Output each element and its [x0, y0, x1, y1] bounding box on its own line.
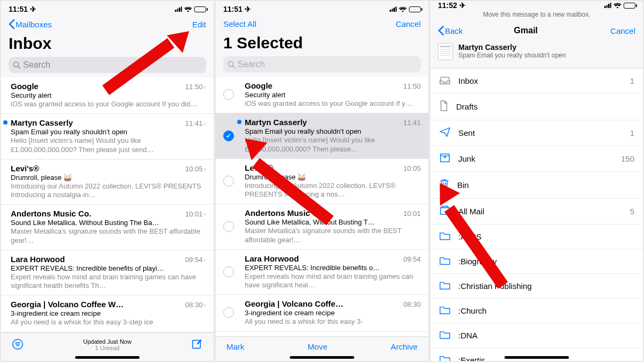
- subject: 3-ingredient ice cream recipe: [245, 309, 421, 317]
- wifi-icon: [184, 6, 192, 12]
- wifi-icon: [399, 6, 407, 12]
- folder-name: :Exertis: [458, 356, 485, 361]
- folder-row[interactable]: :Christian Publishing: [430, 274, 643, 299]
- message-row[interactable]: Google11:50Security alertiOS was granted…: [216, 77, 428, 113]
- folder-row[interactable]: :DNA: [430, 323, 643, 348]
- folder-name: Sent: [458, 128, 475, 137]
- folder-name: Junk: [458, 154, 475, 163]
- message-row[interactable]: Andertons Music Co.10:01Sound Like Metal…: [216, 204, 428, 250]
- folder-row[interactable]: :Exertis: [430, 348, 643, 361]
- folder-name: All Mail: [458, 207, 484, 216]
- sender: Levi's®: [245, 163, 273, 172]
- select-checkbox[interactable]: [221, 208, 236, 244]
- time: 09:54 ›: [185, 256, 206, 264]
- back-button[interactable]: Mailboxes: [9, 19, 52, 29]
- sender: Google: [11, 82, 39, 91]
- cancel-button[interactable]: Cancel: [396, 19, 421, 28]
- time: 11:50: [403, 82, 421, 90]
- search-input[interactable]: Search: [223, 56, 421, 73]
- message-row[interactable]: Levi's®10:05 ›Drumroll, please 🥁Introduc…: [1, 160, 214, 205]
- folder-row[interactable]: Junk150: [430, 146, 643, 172]
- folder-row[interactable]: :Church: [430, 299, 643, 323]
- message-row[interactable]: Martyn Casserly11:41 ›Spam Email you rea…: [1, 114, 214, 160]
- message-row[interactable]: Google11:50 ›Security alertiOS was grant…: [1, 77, 214, 114]
- filter-button[interactable]: [12, 338, 24, 351]
- message-thumbnail-icon: [438, 43, 453, 60]
- folder-row[interactable]: All Mail5: [430, 199, 643, 225]
- archive-button[interactable]: Archive: [391, 342, 418, 351]
- chevron-right-icon: ›: [204, 301, 206, 309]
- chevron-left-icon: [9, 19, 14, 29]
- subject: 3-ingredient ice cream recipe: [11, 309, 206, 317]
- folder-row[interactable]: Inbox1: [430, 69, 643, 93]
- compose-button[interactable]: [191, 338, 203, 351]
- select-checkbox[interactable]: [221, 299, 236, 326]
- status-time: 11:51: [9, 5, 28, 13]
- select-all-button[interactable]: Select All: [223, 19, 257, 28]
- subject: Sound Like Metallica, Without Busting Th…: [11, 219, 206, 227]
- wifi-icon: [613, 2, 621, 9]
- folder-list: Inbox1DraftsSent1Junk150BinAll Mail5:ALC…: [430, 68, 643, 361]
- time: 10:05 ›: [185, 165, 206, 173]
- time: 10:01 ›: [185, 210, 206, 218]
- folder-count: 1: [630, 128, 634, 137]
- sender: Martyn Casserly: [11, 118, 73, 127]
- preview: Hello [Insert victim's name] Would you l…: [245, 136, 421, 154]
- summary-sender: Martyn Casserly: [458, 43, 566, 52]
- folder-name: Inbox: [458, 76, 478, 85]
- message-row[interactable]: Georgia | Volcano Coffee W…08:30 ›3-ingr…: [1, 295, 214, 332]
- message-row[interactable]: Levi's®10:05Drumroll, please 🥁Introducin…: [216, 159, 428, 205]
- message-list: Google11:50 ›Security alertiOS was grant…: [1, 77, 214, 332]
- screen-selected: 11:51 ✈︎ Select All Cancel 1 Selected Se…: [216, 1, 428, 361]
- select-checkbox[interactable]: [221, 163, 236, 199]
- mark-button[interactable]: Mark: [226, 342, 244, 351]
- message-row[interactable]: Lara Horwood09:54EXPERT REVEALS: Incredi…: [216, 250, 428, 295]
- preview: Introducing our Autumn 2022 collection. …: [11, 182, 206, 200]
- search-input[interactable]: Search: [9, 57, 206, 73]
- back-label: Mailboxes: [16, 20, 52, 29]
- select-checkbox[interactable]: [221, 118, 236, 154]
- svg-point-7: [229, 61, 233, 66]
- chevron-right-icon: ›: [204, 210, 206, 218]
- message-row[interactable]: Andertons Music Co.10:01 ›Sound Like Met…: [1, 205, 214, 250]
- sent-icon: [439, 127, 451, 139]
- svg-rect-11: [442, 206, 448, 208]
- folder-icon: [439, 305, 451, 316]
- folder-row[interactable]: Bin: [430, 172, 643, 199]
- subject: EXPERT REVEALS: Incredible benefits o…: [245, 264, 421, 272]
- allmail-icon: [439, 205, 451, 218]
- battery-icon: [194, 6, 206, 12]
- updated-label: Updated Just Now: [83, 338, 131, 345]
- chevron-right-icon: ›: [204, 256, 206, 264]
- move-button[interactable]: Move: [308, 342, 327, 351]
- preview: iOS was granted access to your Google ac…: [245, 99, 421, 108]
- subject: Spam Email you really shouldn't open: [11, 128, 206, 136]
- message-row[interactable]: Lara Horwood09:54 ›EXPERT REVEALS: Incre…: [1, 250, 214, 296]
- time: 08:30 ›: [185, 301, 206, 309]
- folder-row[interactable]: Sent1: [430, 120, 643, 146]
- battery-icon: [409, 6, 421, 12]
- cancel-button[interactable]: Cancel: [610, 26, 635, 35]
- signal-icon: [604, 3, 611, 8]
- folder-name: :Biography: [458, 257, 497, 266]
- folder-row[interactable]: :Biography: [430, 249, 643, 274]
- edit-button[interactable]: Edit: [192, 20, 206, 29]
- preview: iOS was granted access to your Google ac…: [11, 100, 206, 108]
- time: 10:01: [403, 209, 421, 218]
- preview: Hello [Insert victim's name] Would you l…: [11, 136, 206, 154]
- folder-row[interactable]: Drafts: [430, 93, 643, 120]
- nav-row: Back Gmail Cancel: [430, 26, 643, 40]
- message-row[interactable]: Georgia | Volcano Coffe…08:303-ingredien…: [216, 295, 428, 331]
- select-checkbox[interactable]: [221, 254, 236, 290]
- page-title: 1 Selected: [216, 33, 428, 56]
- folder-row[interactable]: :ALCS: [430, 225, 643, 249]
- folder-name: :Church: [458, 306, 487, 315]
- preview: Master Metallica's signature sounds with…: [11, 227, 206, 245]
- preview: Master Metallica's signature sounds with…: [245, 227, 421, 244]
- message-summary: Martyn Casserly Spam Email you really sh…: [430, 40, 643, 68]
- home-indicator: [290, 356, 354, 359]
- folder-name: :ALCS: [458, 232, 481, 241]
- status-bar: 11:51 ✈︎: [1, 1, 214, 17]
- select-checkbox[interactable]: [221, 81, 236, 108]
- search-placeholder: Search: [23, 60, 50, 70]
